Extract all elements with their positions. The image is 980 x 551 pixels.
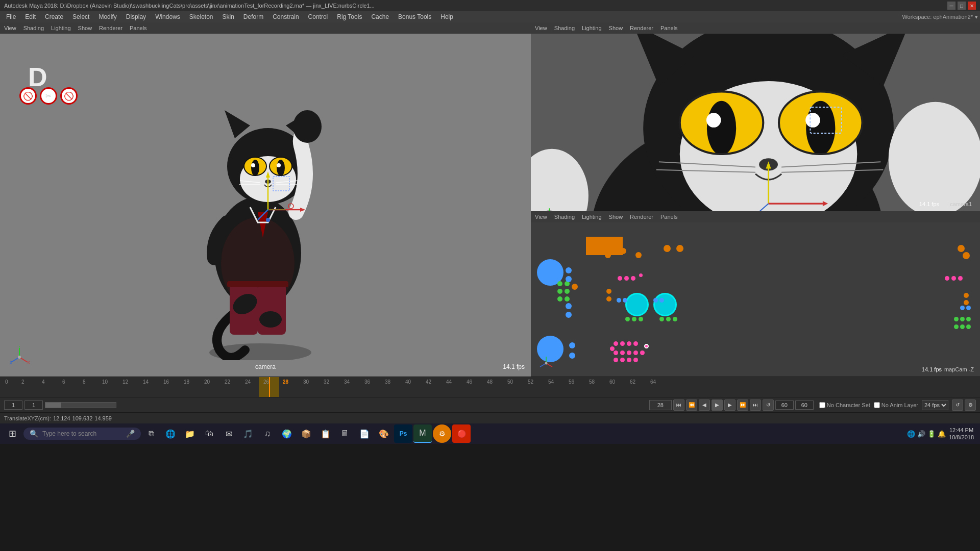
fps-select[interactable]: 24 fps 30 fps — [922, 400, 948, 410]
menu-file[interactable]: File — [2, 12, 20, 21]
magenta-bot-3[interactable] — [627, 341, 631, 346]
taskbar-app-explorer[interactable]: 📁 — [181, 424, 199, 443]
battery-icon[interactable]: 🔋 — [927, 430, 936, 438]
vp-left-lighting[interactable]: Lighting — [51, 25, 71, 31]
magenta-bot-5[interactable] — [610, 346, 615, 351]
blue-small-bottom-2[interactable] — [569, 353, 575, 359]
rt-vp-shading[interactable]: Shading — [554, 25, 575, 31]
clock[interactable]: 12:44 PM 10/8/2018 — [949, 427, 974, 441]
blue-mid-1[interactable] — [617, 298, 621, 303]
green-dot-6[interactable] — [565, 296, 570, 302]
magenta-bot-9[interactable] — [633, 350, 638, 355]
green-bottom-4[interactable] — [659, 317, 664, 321]
magenta-bot-7[interactable] — [620, 350, 625, 355]
orange-mid-3[interactable] — [964, 293, 969, 298]
anim-layer-checkbox[interactable]: No Anim Layer — [874, 402, 918, 408]
rt-vp-renderer[interactable]: Renderer — [630, 25, 653, 31]
rb-vp-show[interactable]: Show — [609, 214, 623, 220]
green-dot-3[interactable] — [557, 289, 562, 294]
play-button[interactable]: ▶ — [712, 399, 723, 411]
blue-mid-3[interactable] — [653, 298, 658, 303]
taskbar-app-maya[interactable]: M — [413, 424, 432, 443]
orange-top-3[interactable] — [635, 252, 642, 258]
menu-cache[interactable]: Cache — [367, 12, 393, 21]
rt-vp-panels[interactable]: Panels — [660, 25, 678, 31]
orange-top-5[interactable] — [676, 245, 683, 252]
orange-top-4[interactable] — [664, 245, 671, 252]
green-dot-4[interactable] — [565, 289, 570, 294]
green-bottom-11[interactable] — [960, 324, 965, 329]
taskbar-app-ps[interactable]: Ps — [394, 424, 412, 443]
green-bottom-1[interactable] — [625, 317, 630, 321]
taskbar-app-mail[interactable]: ✉ — [219, 424, 238, 443]
menu-edit[interactable]: Edit — [21, 12, 40, 21]
magenta-bot-13[interactable] — [627, 358, 631, 362]
search-box[interactable]: 🔍 Type here to search 🎤 — [23, 428, 141, 440]
green-bottom-10[interactable] — [966, 324, 971, 329]
notification-icon[interactable]: 🔔 — [938, 430, 946, 438]
green-bottom-3[interactable] — [639, 317, 643, 321]
taskbar-app-chrome[interactable]: 🌍 — [278, 424, 296, 443]
next-frame-button[interactable]: ▶ — [724, 399, 736, 411]
magenta-bot-8[interactable] — [627, 350, 631, 355]
green-dot-1[interactable] — [557, 281, 562, 286]
taskbar-app-red[interactable]: 🔴 — [452, 424, 471, 443]
taskbar-app-scratch[interactable]: 📋 — [316, 424, 335, 443]
prev-key-button[interactable]: ⏪ — [686, 399, 697, 411]
vp-left-view[interactable]: View — [4, 25, 16, 31]
frame-display[interactable] — [649, 400, 672, 410]
menu-help[interactable]: Help — [436, 12, 457, 21]
right-top-canvas[interactable]: camera1 14.1 fps — [531, 34, 980, 211]
green-bottom-9[interactable] — [954, 317, 959, 321]
rt-vp-show[interactable]: Show — [609, 25, 623, 31]
workspace-dropdown-icon[interactable]: ▾ — [975, 14, 978, 20]
blue-mid-4[interactable] — [659, 298, 664, 303]
orange-right-2[interactable] — [963, 252, 970, 259]
menu-deform[interactable]: Deform — [239, 12, 267, 21]
rt-vp-lighting[interactable]: Lighting — [582, 25, 602, 31]
menu-skin[interactable]: Skin — [218, 12, 238, 21]
cyan-large-1[interactable] — [625, 293, 649, 316]
magenta-bot-10[interactable] — [640, 350, 645, 355]
next-key-button[interactable]: ⏩ — [737, 399, 748, 411]
taskbar-app-dropbox[interactable]: 📦 — [297, 424, 315, 443]
blue-mid-5[interactable] — [966, 306, 971, 310]
blue-chain-1[interactable] — [566, 267, 572, 273]
task-view-button[interactable]: ⧉ — [142, 424, 160, 443]
magenta-bot-cursor[interactable] — [644, 344, 649, 348]
start-frame-input[interactable] — [4, 400, 22, 410]
timeline-ruler[interactable]: 0 2 4 6 8 10 12 14 16 18 20 22 24 26 28 … — [0, 377, 980, 397]
magenta-bot-11[interactable] — [614, 358, 618, 362]
magenta-bot-14[interactable] — [633, 358, 638, 362]
menu-display[interactable]: Display — [122, 12, 150, 21]
magenta-right-2[interactable] — [951, 276, 956, 281]
blue-small-bottom-1[interactable] — [569, 342, 575, 348]
menu-control[interactable]: Control — [304, 12, 332, 21]
blue-mid-6[interactable] — [960, 306, 965, 310]
left-viewport-canvas[interactable]: D 🚫 ✂ 🚫 — [0, 34, 531, 377]
green-dot-5[interactable] — [557, 296, 562, 302]
skip-end-button[interactable]: ⏭ — [750, 399, 761, 411]
magenta-bot-4[interactable] — [633, 341, 638, 346]
menu-windows[interactable]: Windows — [151, 12, 184, 21]
anim-layer-check[interactable] — [874, 402, 880, 408]
rb-vp-renderer[interactable]: Renderer — [630, 214, 653, 220]
magenta-bot-6[interactable] — [614, 350, 618, 355]
taskbar-app-calc[interactable]: 🖩 — [336, 424, 354, 443]
taskbar-app-painter[interactable]: 🎨 — [375, 424, 393, 443]
char-set-checkbox[interactable]: No Character Set — [819, 402, 870, 408]
blue-chain-4[interactable] — [566, 312, 572, 318]
magenta-top-2[interactable] — [624, 276, 629, 281]
vp-left-shading[interactable]: Shading — [23, 25, 44, 31]
rb-vp-lighting[interactable]: Lighting — [582, 214, 602, 220]
taskbar-app-store[interactable]: 🛍 — [200, 424, 218, 443]
right-bottom-canvas[interactable]: mapCam -Z 14.1 fps — [531, 222, 980, 377]
minimize-button[interactable]: ─ — [947, 2, 955, 10]
taskbar-app-music[interactable]: 🎵 — [239, 424, 257, 443]
orange-mid-1[interactable] — [606, 289, 611, 294]
orange-mid-4[interactable] — [964, 300, 969, 305]
maximize-button[interactable]: □ — [958, 2, 966, 10]
char-set-check[interactable] — [819, 402, 825, 408]
green-bottom-6[interactable] — [673, 317, 677, 321]
menu-skeleton[interactable]: Skeleton — [185, 12, 217, 21]
